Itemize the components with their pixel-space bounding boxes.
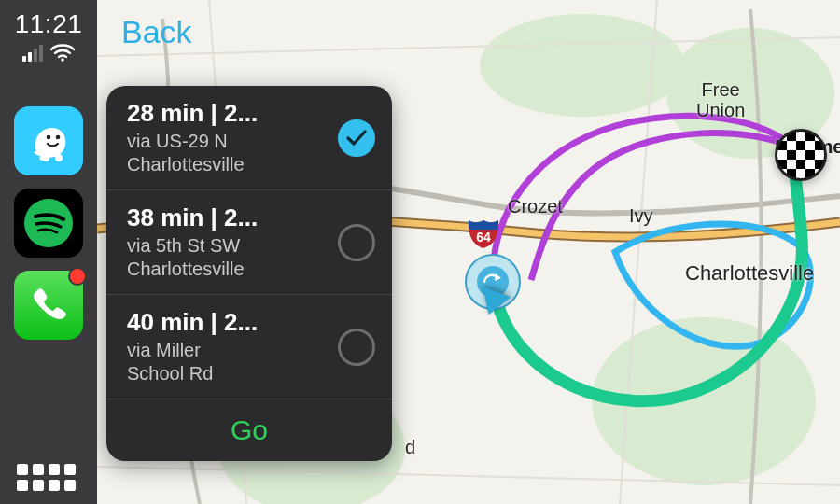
waze-app-icon[interactable] xyxy=(14,106,83,175)
map-label-ivy: Ivy xyxy=(629,205,653,227)
route-radio-selected[interactable] xyxy=(338,119,375,157)
wifi-icon xyxy=(50,43,75,62)
status-icons xyxy=(22,43,75,62)
svg-point-1 xyxy=(47,135,51,140)
spotify-app-icon[interactable] xyxy=(14,189,83,258)
interstate-shield-icon: 64 xyxy=(466,217,501,248)
map-label-free-union: Free Union xyxy=(696,79,745,120)
svg-point-0 xyxy=(61,58,64,62)
svg-point-4 xyxy=(55,154,63,161)
route-title: 38 min | 2... xyxy=(127,203,327,232)
phone-app-icon[interactable] xyxy=(14,271,83,340)
status-time: 11:21 xyxy=(15,9,83,39)
map-label-d-fragment: d xyxy=(405,437,415,458)
map-label-charlottesville: Charlottesville xyxy=(685,261,814,286)
destination-flag-icon xyxy=(775,129,827,181)
svg-text:64: 64 xyxy=(476,230,491,245)
route-via: via US-29 NCharlottesville xyxy=(127,130,327,176)
back-button[interactable]: Back xyxy=(97,0,192,63)
cellular-signal-icon xyxy=(22,45,43,62)
route-title: 40 min | 2... xyxy=(127,308,327,337)
route-via: via MillerSchool Rd xyxy=(127,339,327,385)
check-icon xyxy=(346,130,367,147)
route-options-card: 28 min | 2... via US-29 NCharlottesville… xyxy=(106,86,392,461)
route-radio[interactable] xyxy=(338,224,375,261)
svg-point-3 xyxy=(42,154,49,161)
carplay-home-button[interactable] xyxy=(17,464,76,491)
carplay-sidebar: 11:21 xyxy=(0,0,97,504)
map-label-crozet: Crozet xyxy=(508,196,563,217)
route-option-1[interactable]: 28 min | 2... via US-29 NCharlottesville xyxy=(106,86,392,190)
route-radio[interactable] xyxy=(338,329,375,366)
route-via: via 5th St SWCharlottesville xyxy=(127,234,327,281)
route-option-2[interactable]: 38 min | 2... via 5th St SWCharlottesvil… xyxy=(106,190,392,295)
map-view[interactable]: Free Union H ymea Crozet Ivy Charlottesv… xyxy=(97,0,840,504)
route-option-3[interactable]: 40 min | 2... via MillerSchool Rd xyxy=(106,295,392,399)
route-title: 28 min | 2... xyxy=(127,99,327,128)
go-button[interactable]: Go xyxy=(106,399,392,461)
svg-point-2 xyxy=(56,135,61,140)
notification-badge-icon xyxy=(68,267,87,286)
